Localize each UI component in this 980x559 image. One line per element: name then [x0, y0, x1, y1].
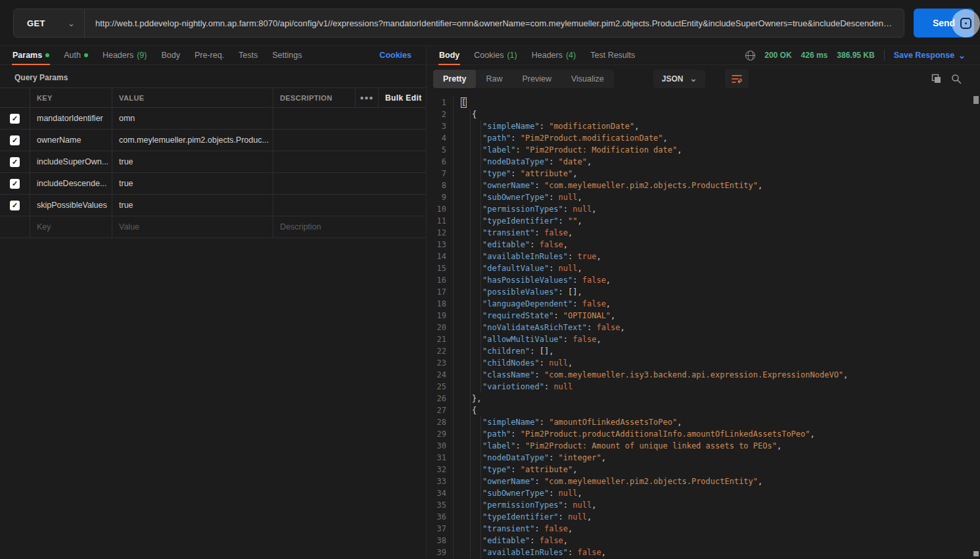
tab-body[interactable]: Body: [154, 46, 187, 64]
param-description-cell[interactable]: [273, 173, 427, 194]
ghost-value-cell[interactable]: Value: [112, 216, 273, 237]
line-number: 8: [427, 180, 453, 191]
response-tab-test-results[interactable]: Test Results: [583, 46, 642, 64]
line-number: 3: [427, 120, 453, 132]
tab-auth[interactable]: Auth: [57, 46, 95, 64]
token-string: "Pim2Product: Modification date": [525, 145, 677, 155]
vertical-scrollbar-thumb[interactable]: [973, 96, 979, 104]
table-row: ✓mandatorIdentifieromn: [0, 108, 426, 130]
line-number: 30: [427, 440, 453, 452]
tab-tests[interactable]: Tests: [231, 46, 265, 64]
param-key-cell[interactable]: mandatorIdentifier: [30, 108, 112, 129]
param-description-cell[interactable]: [273, 151, 427, 172]
code-line: 36"typeIdentifier": null,: [427, 511, 980, 523]
method-selector[interactable]: GET ⌄: [14, 9, 85, 37]
token-literal: false: [544, 524, 568, 533]
token-key: "defaultValue": [482, 264, 549, 273]
query-params-title: Query Params: [0, 65, 426, 87]
param-key-cell[interactable]: skipPossibleValues: [30, 195, 112, 216]
param-value-cell[interactable]: true: [112, 195, 273, 216]
param-key-cell[interactable]: includeSuperOwn...: [30, 151, 112, 172]
search-button[interactable]: [951, 74, 962, 84]
checkbox-checked[interactable]: ✓: [10, 179, 20, 189]
tab-settings[interactable]: Settings: [265, 46, 309, 64]
token-string: "attribute": [521, 465, 572, 474]
param-value-cell[interactable]: com.meylemueller.pim2.objects.Produc...: [112, 130, 273, 151]
line-text: "path": "Pim2Product.productAdditionalIn…: [453, 428, 815, 440]
response-tab-cookies[interactable]: Cookies(1): [467, 46, 524, 64]
save-response-button[interactable]: Save Response ⌄: [894, 51, 966, 60]
checkbox-checked[interactable]: ✓: [10, 201, 20, 210]
token-punctuation: ,: [596, 335, 601, 344]
url-input[interactable]: [85, 9, 904, 37]
more-options-button[interactable]: ●●●: [355, 88, 378, 107]
wrap-lines-button[interactable]: [725, 69, 749, 88]
param-description-cell[interactable]: [273, 130, 427, 151]
token-punctuation: :: [534, 370, 544, 379]
horizontal-scrollbar-thumb[interactable]: [973, 551, 979, 556]
param-description-cell[interactable]: [273, 108, 427, 129]
tab-params[interactable]: Params: [5, 46, 57, 64]
response-tab-body[interactable]: Body: [432, 46, 467, 64]
token-punctuation: ,: [620, 323, 625, 332]
send-button[interactable]: Send: [914, 9, 974, 37]
search-icon: [951, 74, 962, 84]
cookies-link[interactable]: Cookies: [370, 46, 421, 64]
token-literal: null: [572, 500, 592, 510]
param-value-cell[interactable]: true: [112, 151, 273, 172]
code-line: 4"path": "Pim2Product.modificationDate",: [427, 132, 980, 144]
response-meta: 200 OK 426 ms 386.95 KB Save Response ⌄: [745, 46, 975, 64]
token-punctuation: :: [549, 157, 558, 166]
tab-pre-req[interactable]: Pre-req.: [187, 46, 231, 64]
token-key: "editable": [482, 240, 530, 249]
token-punctuation: ,: [572, 169, 577, 178]
param-key-cell[interactable]: includeDescende...: [30, 173, 112, 194]
token-punctuation: ,: [587, 157, 592, 166]
copy-button[interactable]: [931, 74, 942, 84]
ghost-description-cell[interactable]: Description: [273, 216, 427, 237]
tab-params-label: Params: [12, 51, 42, 60]
response-tab-headers[interactable]: Headers(4): [525, 46, 584, 64]
token-punctuation: ,: [601, 548, 606, 557]
tab-headers-label: Headers: [103, 51, 133, 60]
view-visualize[interactable]: Visualize: [561, 70, 614, 88]
token-punctuation: ,: [578, 193, 582, 202]
checkbox-checked[interactable]: ✓: [10, 135, 20, 145]
param-description-cell[interactable]: [273, 195, 427, 216]
token-literal: false: [582, 276, 606, 285]
token-key: "hasPossibleValues": [482, 276, 572, 285]
token-punctuation: :: [534, 228, 544, 237]
line-number: 4: [427, 132, 453, 144]
checkbox-checked[interactable]: ✓: [10, 114, 20, 124]
response-tab-cookies-count: (1): [507, 51, 517, 60]
code-line: 20"noValidateAsRichText": false,: [427, 322, 980, 333]
unsaved-dot-icon: [84, 53, 88, 57]
param-key-cell[interactable]: ownerName: [30, 130, 112, 151]
line-number: 22: [427, 345, 453, 357]
line-number: 7: [427, 168, 453, 180]
view-preview[interactable]: Preview: [512, 70, 561, 88]
param-value-cell[interactable]: omn: [112, 108, 273, 129]
unsaved-dot-icon: [45, 53, 49, 57]
token-key: "label": [482, 441, 516, 450]
param-value-cell[interactable]: true: [112, 173, 273, 194]
view-raw[interactable]: Raw: [476, 70, 512, 88]
line-number: 29: [427, 428, 453, 440]
view-pretty[interactable]: Pretty: [433, 70, 476, 88]
bulk-edit-button[interactable]: Bulk Edit: [378, 88, 427, 107]
ghost-key-cell[interactable]: Key: [30, 216, 112, 237]
line-number: 23: [427, 357, 453, 369]
checkbox-checked[interactable]: ✓: [10, 157, 20, 167]
line-text: "nodeDataType": "date",: [453, 156, 592, 168]
code-line: 6"nodeDataType": "date",: [427, 156, 980, 168]
token-punctuation: ,: [677, 418, 682, 427]
code-line: 19"requiredState": "OPTIONAL",: [427, 310, 980, 322]
main-split: ParamsAuthHeaders(9)BodyPre-req.TestsSet…: [0, 46, 980, 558]
token-punctuation: ,: [563, 536, 568, 545]
code-line: 22"children": [],: [427, 345, 980, 357]
tab-auth-label: Auth: [64, 51, 81, 60]
format-dropdown[interactable]: JSON ⌄: [653, 70, 706, 88]
token-literal: null: [568, 512, 587, 522]
tab-headers[interactable]: Headers(9): [95, 46, 154, 64]
response-body-code[interactable]: 1[2{3"simpleName": "modificationDate",4"…: [427, 93, 980, 558]
